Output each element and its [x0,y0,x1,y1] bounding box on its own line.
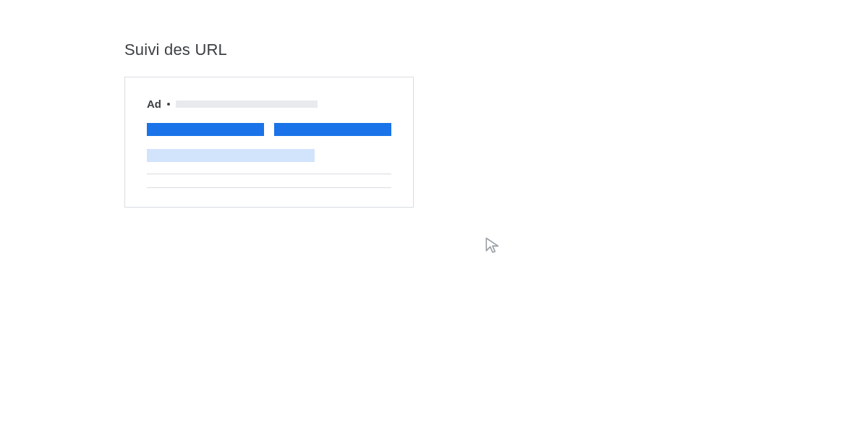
ad-label-row: Ad [147,98,391,110]
title-placeholder-1 [147,123,264,136]
cursor-icon [483,236,502,258]
ad-badge-label: Ad [147,98,161,110]
url-placeholder-bar [176,101,318,108]
title-placeholder-2 [274,123,391,136]
divider-line-2 [147,187,391,188]
ad-title-row [147,123,391,136]
description-placeholder [147,149,315,162]
url-tracking-diagram: Suivi des URL Ad [124,41,414,208]
ad-preview-card: Ad [124,77,414,208]
section-heading: Suivi des URL [124,41,414,59]
divider-line-1 [147,174,391,174]
separator-dot [167,103,170,106]
